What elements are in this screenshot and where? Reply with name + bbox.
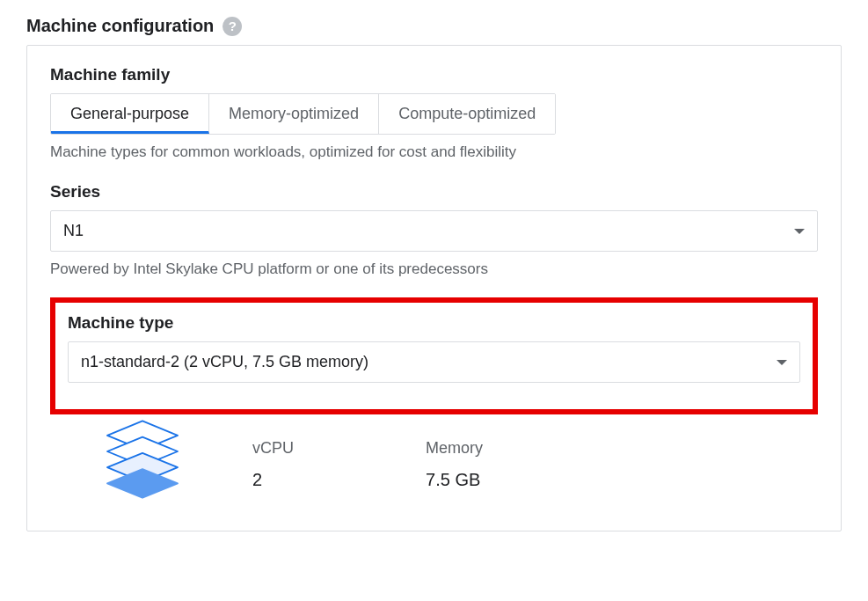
layers-icon [94, 416, 191, 504]
help-icon[interactable]: ? [222, 17, 242, 36]
section-title: Machine configuration [26, 16, 214, 36]
vcpu-value: 2 [252, 470, 294, 490]
series-block: Series N1 Powered by Intel Skylake CPU p… [50, 182, 818, 278]
memory-label: Memory [426, 439, 483, 458]
series-label: Series [50, 182, 818, 202]
section-header: Machine configuration ? [26, 16, 842, 36]
vcpu-label: vCPU [252, 439, 294, 458]
memory-value: 7.5 GB [426, 470, 483, 490]
machine-type-select[interactable]: n1-standard-2 (2 vCPU, 7.5 GB memory) [68, 341, 800, 383]
series-select[interactable]: N1 [50, 210, 818, 252]
chevron-down-icon [777, 360, 787, 365]
machine-family-label: Machine family [50, 65, 818, 84]
series-hint: Powered by Intel Skylake CPU platform or… [50, 260, 818, 278]
machine-type-value: n1-standard-2 (2 vCPU, 7.5 GB memory) [81, 353, 368, 371]
tab-memory-optimized[interactable]: Memory-optimized [209, 94, 379, 134]
series-value: N1 [63, 222, 84, 240]
machine-summary: vCPU 2 Memory 7.5 GB [94, 416, 818, 504]
metrics-row: vCPU 2 Memory 7.5 GB [252, 430, 818, 490]
memory-metric: Memory 7.5 GB [426, 439, 483, 490]
svg-marker-3 [107, 469, 178, 498]
tab-general-purpose[interactable]: General-purpose [51, 94, 209, 134]
vcpu-metric: vCPU 2 [252, 439, 294, 490]
machine-family-hint: Machine types for common workloads, opti… [50, 143, 818, 161]
machine-family-tabs: General-purpose Memory-optimized Compute… [50, 93, 556, 135]
chevron-down-icon [794, 229, 805, 234]
machine-config-panel: Machine family General-purpose Memory-op… [26, 45, 842, 531]
machine-type-label: Machine type [68, 313, 800, 333]
machine-type-highlight: Machine type n1-standard-2 (2 vCPU, 7.5 … [50, 297, 818, 414]
tab-compute-optimized[interactable]: Compute-optimized [379, 94, 555, 134]
